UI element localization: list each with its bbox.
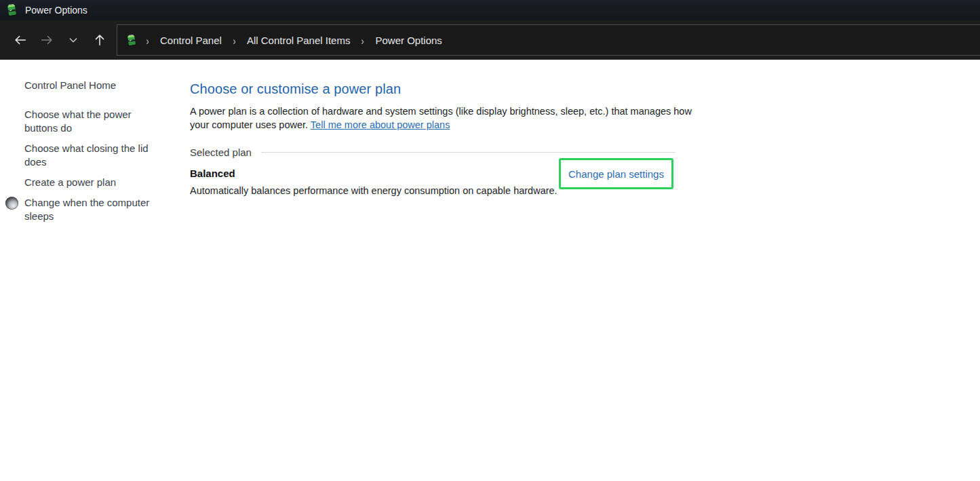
breadcrumb-item-control-panel[interactable]: Control Panel [158, 33, 224, 47]
breadcrumb-separator: › [231, 34, 237, 47]
up-button[interactable] [86, 27, 113, 53]
nav-button-group [0, 27, 117, 53]
navigation-toolbar: › Control Panel › All Control Panel Item… [0, 20, 980, 60]
up-arrow-icon [92, 33, 107, 47]
back-button[interactable] [7, 27, 33, 53]
content-area: Control Panel Home Choose what the power… [0, 60, 980, 481]
section-label-selected-plan: Selected plan [190, 147, 252, 158]
power-options-icon [6, 3, 18, 17]
breadcrumb-separator: › [359, 34, 366, 47]
highlight-box: Change plan settings [559, 158, 673, 189]
tell-me-more-link[interactable]: Tell me more about power plans [311, 119, 450, 130]
breadcrumb-separator: › [144, 34, 151, 47]
main-panel: Choose or customise a power plan A power… [190, 60, 675, 196]
page-title: Choose or customise a power plan [190, 81, 675, 97]
sidebar-item-power-buttons[interactable]: Choose what the power buttons do [24, 108, 160, 135]
power-options-icon [126, 34, 137, 47]
back-arrow-icon [13, 33, 28, 47]
sidebar-item-control-panel-home[interactable]: Control Panel Home [24, 79, 176, 91]
sidebar-item-create-power-plan[interactable]: Create a power plan [24, 176, 160, 189]
section-divider [261, 152, 675, 153]
forward-button[interactable] [33, 27, 60, 53]
forward-arrow-icon [39, 33, 54, 47]
change-plan-settings-link[interactable]: Change plan settings [568, 168, 664, 180]
window-titlebar: Power Options [0, 0, 980, 20]
selected-plan-section: Selected plan [190, 147, 675, 158]
chevron-down-icon [68, 35, 79, 45]
address-bar[interactable]: › Control Panel › All Control Panel Item… [117, 24, 980, 56]
breadcrumb-item-all-control-panel-items[interactable]: All Control Panel Items [245, 33, 353, 47]
breadcrumb-item-power-options[interactable]: Power Options [373, 33, 444, 47]
intro-paragraph: A power plan is a collection of hardware… [190, 104, 695, 132]
shield-orb-icon [5, 197, 18, 210]
window-title: Power Options [25, 5, 87, 16]
sidebar: Control Panel Home Choose what the power… [0, 60, 176, 230]
recent-locations-button[interactable] [60, 27, 86, 53]
sidebar-item-change-when-computer-sleeps[interactable]: Change when the computer sleeps [24, 196, 160, 223]
sidebar-item-label: Change when the computer sleeps [24, 197, 149, 222]
sidebar-item-lid-close[interactable]: Choose what closing the lid does [24, 142, 160, 169]
